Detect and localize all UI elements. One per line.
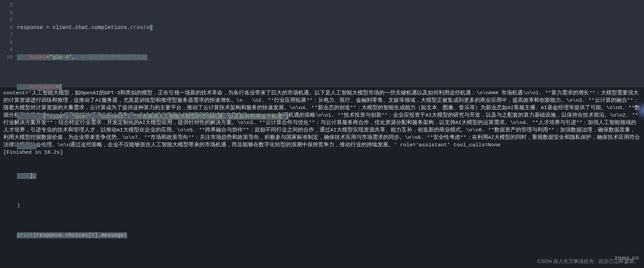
code-line[interactable]: ····: [17, 143, 644, 150]
line-number: 8: [0, 39, 13, 46]
code-line[interactable]: ····],: [17, 172, 644, 180]
line-number: 9: [0, 46, 13, 54]
scroll-indicator-icon: [637, 101, 644, 120]
line-number: 3: [0, 2, 13, 9]
line-number: 5: [0, 17, 13, 24]
credit-watermark: CSDN @人生万事须自为，跬步江山即寥廓。: [537, 258, 639, 265]
code-line[interactable]: ········{"role": "user", "content": "可否谈…: [17, 113, 644, 120]
code-line[interactable]: ): [17, 202, 644, 209]
line-number: 7: [0, 31, 13, 39]
line-number: 10: [0, 54, 13, 61]
code-area[interactable]: response = client.chat.completions.creat…: [17, 0, 644, 87]
code-line[interactable]: ····messages=[: [17, 83, 644, 91]
line-number: 6: [0, 24, 13, 31]
code-editor-pane[interactable]: 3 4 5 6 7 8 9 10 response = client.chat.…: [0, 0, 644, 87]
line-number-gutter: 3 4 5 6 7 8 9 10: [0, 0, 17, 87]
line-number: 4: [0, 9, 13, 17]
code-line[interactable]: response = client.chat.completions.creat…: [17, 24, 644, 31]
code-line[interactable]: print(response.choices[0].message): [17, 232, 644, 239]
code-line[interactable]: ····model="glm-4", # 填写需要调用的模型名称: [17, 54, 644, 61]
